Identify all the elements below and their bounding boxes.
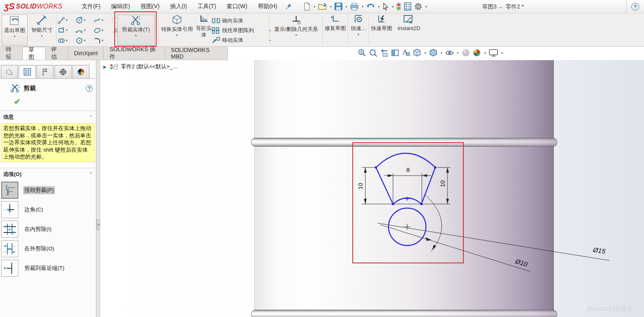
- menu-file[interactable]: 文件(F): [76, 0, 106, 13]
- option-power-trim[interactable]: 强劲剪裁(P): [1, 181, 96, 199]
- tab-addins[interactable]: SOLIDWORKS 插件: [104, 47, 165, 60]
- save-button[interactable]: [334, 2, 343, 11]
- displaymanager-tab[interactable]: [72, 65, 90, 78]
- apply-scene-dropdown[interactable]: ▾: [484, 51, 486, 55]
- undo-button[interactable]: [365, 2, 376, 11]
- open-button[interactable]: [317, 2, 328, 11]
- zoom-fit-button[interactable]: [357, 48, 367, 58]
- fillet-tool[interactable]: ▾: [94, 37, 111, 44]
- view-orientation-button[interactable]: [412, 48, 422, 58]
- display-relations-button[interactable]: 显示/删除几何关系 ▾: [271, 15, 321, 46]
- hide-show-items-button[interactable]: [445, 48, 454, 58]
- rectangle-tool[interactable]: ▾: [58, 27, 76, 34]
- rebuild-button[interactable]: [395, 2, 402, 11]
- polygon-tool[interactable]: ▾: [76, 37, 94, 44]
- pm-ok-button[interactable]: ✔: [14, 97, 96, 106]
- convert-entities-dropdown[interactable]: ▾: [176, 33, 178, 37]
- print-dropdown[interactable]: ▾: [362, 5, 363, 9]
- spline-dropdown[interactable]: ▾: [102, 18, 103, 22]
- configurationmanager-tab[interactable]: [37, 65, 54, 78]
- view-settings-dropdown[interactable]: ▾: [501, 51, 503, 55]
- option-trim-away-outside[interactable]: 在外剪除(O): [1, 240, 96, 258]
- info-section-header[interactable]: 信息 ⌃: [0, 111, 96, 122]
- slot-tool[interactable]: ▾: [58, 37, 76, 44]
- view-orientation-dropdown[interactable]: ▾: [424, 51, 426, 55]
- rectangle-dropdown[interactable]: ▾: [66, 28, 68, 32]
- print-button[interactable]: [349, 2, 360, 11]
- power-trim-icon[interactable]: [1, 182, 18, 199]
- rapid-sketch-button[interactable]: 快速草图: [370, 15, 393, 46]
- options-dropdown[interactable]: ▾: [425, 5, 427, 9]
- spline-tool[interactable]: ▾: [94, 17, 111, 24]
- tab-sketch[interactable]: 草图: [23, 47, 46, 60]
- propertymanager-tab[interactable]: [19, 65, 36, 78]
- new-document-dropdown[interactable]: ▾: [314, 5, 315, 9]
- exit-sketch-dropdown[interactable]: ▾: [14, 35, 15, 38]
- menu-view[interactable]: 视图(V): [135, 0, 165, 13]
- dim-diameter-large-label[interactable]: Ø15: [592, 246, 606, 255]
- options-gear-button[interactable]: [413, 2, 423, 11]
- option-corner[interactable]: 边角(C): [1, 201, 96, 219]
- zoom-area-button[interactable]: [368, 48, 378, 58]
- undo-dropdown[interactable]: ▾: [378, 5, 380, 9]
- menu-help[interactable]: 帮助(H): [253, 0, 282, 13]
- sketch-fan-profile[interactable]: [376, 153, 435, 245]
- instant2d-button[interactable]: Instant2D: [394, 15, 424, 46]
- quick-snaps-dropdown[interactable]: ▾: [358, 33, 359, 36]
- dim-height-left-label[interactable]: 10: [357, 183, 364, 190]
- ellipse-dropdown[interactable]: ▾: [102, 28, 103, 32]
- dim-width-label[interactable]: 8: [406, 166, 410, 173]
- arc-tool[interactable]: ▾: [76, 27, 94, 34]
- menu-window[interactable]: 窗口(W): [221, 0, 253, 13]
- fillet-dropdown[interactable]: ▾: [102, 39, 103, 42]
- tab-evaluate[interactable]: 评估: [46, 47, 68, 60]
- pm-help-icon[interactable]: ?: [86, 85, 93, 92]
- previous-view-button[interactable]: [379, 48, 389, 58]
- trim-outside-icon[interactable]: [1, 240, 18, 257]
- repair-sketch-button[interactable]: 修复草图: [324, 15, 347, 46]
- arc-dropdown[interactable]: ▾: [84, 28, 85, 32]
- view-settings-button[interactable]: [488, 48, 499, 58]
- dim-diameter-small-label[interactable]: Ø10: [514, 258, 528, 268]
- menu-tools[interactable]: 工具(T): [192, 0, 221, 13]
- trim-closest-icon[interactable]: [1, 260, 18, 277]
- flyout-feature-tree[interactable]: ▶ 零件2 (默认<<默认>_...: [103, 63, 177, 70]
- options-section-header[interactable]: 选项(O) ⌃: [0, 168, 96, 180]
- dim-height-right-label[interactable]: 10: [439, 180, 446, 187]
- help-button[interactable]: ?: [626, 0, 644, 13]
- tab-features[interactable]: 特征: [0, 47, 23, 60]
- panel-splitter[interactable]: ◂: [96, 60, 100, 317]
- polygon-dropdown[interactable]: ▾: [84, 39, 85, 42]
- circle-dropdown[interactable]: ▾: [84, 18, 85, 22]
- tab-dimxpert[interactable]: DimXpert: [68, 47, 104, 60]
- select-button[interactable]: [382, 2, 390, 11]
- trim-entities-dropdown[interactable]: ▾: [135, 34, 137, 37]
- open-dropdown[interactable]: ▾: [330, 5, 332, 9]
- new-document-button[interactable]: [303, 2, 312, 11]
- offset-entities-button[interactable]: 等距实体: [194, 15, 213, 46]
- circle-tool[interactable]: ▾: [76, 17, 94, 24]
- dimxpertmanager-tab[interactable]: [55, 65, 72, 78]
- display-style-button[interactable]: [428, 48, 438, 58]
- line-dropdown[interactable]: ▾: [66, 18, 68, 22]
- ellipse-tool[interactable]: ▾: [94, 27, 111, 34]
- tree-expand-icon[interactable]: ▶: [103, 65, 107, 69]
- options-collapse-chevron[interactable]: ⌃: [89, 172, 93, 177]
- option-trim-to-closest[interactable]: 剪裁到最近端(T): [1, 259, 96, 277]
- hide-show-dropdown[interactable]: ▾: [457, 51, 458, 55]
- move-entities-button[interactable]: 移动实体 ▾: [212, 35, 272, 45]
- tab-mbd[interactable]: SOLIDWORKS MBD: [165, 47, 228, 60]
- linear-pattern-button[interactable]: 线性草图阵列 ▾: [212, 26, 272, 35]
- edit-appearance-button[interactable]: [461, 48, 471, 58]
- section-view-button[interactable]: [390, 48, 400, 58]
- panel-collapse-handle[interactable]: ◂: [96, 219, 100, 230]
- trim-entities-button[interactable]: 剪裁实体(T) ▾: [117, 15, 155, 46]
- exit-sketch-button[interactable]: 退出草图 ▾: [2, 15, 28, 46]
- smart-dimension-button[interactable]: 智能尺寸 ▾: [29, 15, 55, 46]
- display-relations-dropdown[interactable]: ▾: [295, 33, 297, 37]
- apply-scene-button[interactable]: [472, 48, 482, 58]
- menu-insert[interactable]: 插入(I): [165, 0, 192, 13]
- smart-dimension-dropdown[interactable]: ▾: [41, 34, 43, 38]
- save-dropdown[interactable]: ▾: [345, 5, 347, 9]
- mirror-entities-button[interactable]: 镜向实体: [212, 16, 272, 26]
